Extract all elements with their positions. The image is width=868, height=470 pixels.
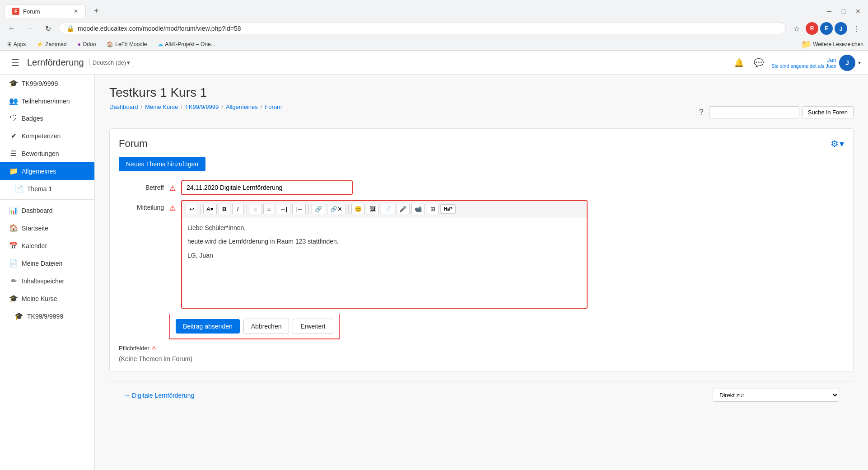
browser-toolbar: ← → ↻ 🔒 ☆ R E J ⋮ <box>0 19 868 38</box>
shield-icon: 🛡 <box>9 114 18 122</box>
breadcrumb-allgemeines[interactable]: Allgemeines <box>226 103 258 110</box>
bookmark-odoo[interactable]: ● Odoo <box>75 40 99 48</box>
sidebar-item-tk99[interactable]: 🎓 TK99/9/9999 <box>0 75 94 92</box>
user-avatar[interactable]: J <box>839 55 855 71</box>
bottom-link[interactable]: → Digitale Lernförderung <box>124 392 194 399</box>
sidebar-item-teilnehmer[interactable]: 👥 Teilnehmer/innen <box>0 92 94 110</box>
sidebar-kompetenzen-label: Kompetenzen <box>22 132 61 140</box>
hamburger-menu-button[interactable]: ☰ <box>7 55 23 71</box>
editor-undo-button[interactable]: ↩ <box>186 204 197 214</box>
sidebar-item-allgemeines[interactable]: 📁 Allgemeines <box>0 162 94 180</box>
editor-table-button[interactable]: ⊞ <box>427 204 439 214</box>
toolbar-sep-1 <box>200 205 201 214</box>
submit-button[interactable]: Beitrag absenden <box>176 319 240 334</box>
odoo-label: Odoo <box>83 41 96 47</box>
gear-icon: ⚙ <box>831 138 839 149</box>
breadcrumb-sep-3: / <box>221 103 223 110</box>
sidebar-item-tk99-2[interactable]: 🎓 TK99/9/9999 <box>0 307 94 325</box>
editor-file-button[interactable]: 📄 <box>381 204 394 214</box>
editor-indent-button[interactable]: →| <box>277 204 290 214</box>
editor-content[interactable]: Liebe Schüler*innen,heute wird die Lernf… <box>182 217 587 308</box>
toolbar-sep-3 <box>308 205 309 214</box>
pencil-icon: ✏ <box>9 277 18 285</box>
sidebar-item-kalender[interactable]: 📅 Kalender <box>0 237 94 254</box>
sidebar-item-startseite[interactable]: 🏠 Startseite <box>0 219 94 237</box>
extension-blue-icon[interactable]: E <box>820 22 833 35</box>
minimize-button[interactable]: ─ <box>824 6 835 17</box>
editor-font-button[interactable]: A▾ <box>203 204 217 214</box>
bookmark-zammad[interactable]: ⚡ Zammad <box>34 40 69 48</box>
more-options-button[interactable]: ⋮ <box>849 21 863 36</box>
bottom-nav: → Digitale Lernförderung Direkt zu: <box>109 381 854 409</box>
breadcrumb-tk99[interactable]: TK99/9/9999 <box>185 103 219 110</box>
forum-settings-button[interactable]: ⚙ ▾ <box>831 138 844 149</box>
close-button[interactable]: ✕ <box>853 6 863 17</box>
language-selector[interactable]: Deutsch (de) ▾ <box>89 58 133 67</box>
direkt-select[interactable]: Direkt zu: <box>713 389 839 402</box>
help-icon[interactable]: ? <box>699 108 704 117</box>
bookmark-ak[interactable]: ☁ A&K-Projekt – One... <box>155 40 218 48</box>
editor-unlink-button[interactable]: 🔗✕ <box>327 204 345 214</box>
erweitert-button[interactable]: Erweitert <box>293 319 333 334</box>
sidebar-item-kompetenzen[interactable]: ✔ Kompetenzen <box>0 127 94 145</box>
sidebar-item-dashboard[interactable]: 📊 Dashboard <box>0 202 94 219</box>
back-button[interactable]: ← <box>5 21 19 36</box>
cancel-button[interactable]: Abbrechen <box>243 319 289 334</box>
extension-red-icon[interactable]: R <box>806 22 818 35</box>
maximize-button[interactable]: □ <box>838 6 849 17</box>
address-bar[interactable]: 🔒 <box>59 23 786 34</box>
sidebar-item-meine-dateien[interactable]: 📄 Meine Dateien <box>0 254 94 272</box>
url-input[interactable] <box>78 25 778 32</box>
sidebar-item-thema1[interactable]: 📄 Thema 1 <box>0 180 94 197</box>
betreff-row: Betreff ⚠ <box>119 180 844 195</box>
editor-bold-button[interactable]: B <box>219 204 230 214</box>
notifications-bell-button[interactable]: 🔔 <box>732 56 746 70</box>
new-tab-button[interactable]: + <box>89 4 103 19</box>
editor-outdent-button[interactable]: |← <box>292 204 306 214</box>
breadcrumb-dashboard[interactable]: Dashboard <box>109 103 138 110</box>
editor-video-button[interactable]: 📹 <box>411 204 425 214</box>
breadcrumb-sep-2: / <box>181 103 182 110</box>
sidebar-tk99-label: TK99/9/9999 <box>22 80 58 87</box>
list-icon: ☰ <box>9 149 18 158</box>
sidebar-divider-1 <box>0 199 94 200</box>
sidebar-meine-kurse-label: Meine Kurse <box>22 295 57 302</box>
sidebar-item-bewertungen[interactable]: ☰ Bewertungen <box>0 145 94 162</box>
sidebar-tk99-2-label: TK99/9/9999 <box>27 313 63 320</box>
browser-chrome: F Forum ✕ + ─ □ ✕ ← → ↻ 🔒 ☆ R E J ⋮ ⊞ Ap… <box>0 0 868 51</box>
weitere-lesezeichen-label: Weitere Lesezeichen <box>813 41 863 47</box>
editor-h5p-button[interactable]: H₅P <box>440 204 455 214</box>
sidebar-item-meine-kurse[interactable]: 🎓 Meine Kurse <box>0 290 94 307</box>
bookmark-lefo[interactable]: 🏠 LeFö Moodle <box>104 40 149 48</box>
toolbar-sep-4 <box>348 205 349 214</box>
breadcrumb-meine-kurse[interactable]: Meine Kurse <box>145 103 178 110</box>
new-topic-button[interactable]: Neues Thema hinzufügen <box>119 157 205 171</box>
browser-tab[interactable]: F Forum ✕ <box>5 5 86 18</box>
editor-link-button[interactable]: 🔗 <box>312 204 325 214</box>
tab-close-button[interactable]: ✕ <box>74 8 78 14</box>
dashboard-icon: 📊 <box>9 206 18 215</box>
search-input[interactable] <box>709 106 799 118</box>
editor-ol-button[interactable]: ≣ <box>263 204 275 214</box>
bookmark-star-button[interactable]: ☆ <box>789 21 804 36</box>
editor-ul-button[interactable]: ≡ <box>250 204 261 214</box>
sidebar-kalender-label: Kalender <box>22 242 47 249</box>
user-dropdown-arrow[interactable]: ▾ <box>858 60 861 66</box>
search-button[interactable]: Suche in Foren <box>802 106 854 118</box>
subject-input[interactable] <box>181 180 353 195</box>
editor-image-button[interactable]: 🖼 <box>367 204 379 214</box>
profile-icon[interactable]: J <box>835 22 847 35</box>
editor-italic-button[interactable]: I <box>232 204 244 214</box>
refresh-button[interactable]: ↻ <box>41 21 55 36</box>
forward-button[interactable]: → <box>23 21 37 36</box>
breadcrumb-forum[interactable]: Forum <box>265 103 282 110</box>
editor-emoji-button[interactable]: 😊 <box>351 204 365 214</box>
editor-audio-button[interactable]: 🎤 <box>396 204 410 214</box>
home-icon: 🏠 <box>9 224 18 232</box>
bookmark-apps[interactable]: ⊞ Apps <box>5 40 28 48</box>
main-content: Testkurs 1 Kurs 1 Dashboard / Meine Kurs… <box>95 75 868 470</box>
messages-button[interactable]: 💬 <box>751 56 766 70</box>
sidebar-item-inhaltsspeicher[interactable]: ✏ Inhaltsspeicher <box>0 272 94 290</box>
sidebar-item-badges[interactable]: 🛡 Badges <box>0 110 94 127</box>
tab-title: Forum <box>23 8 40 15</box>
